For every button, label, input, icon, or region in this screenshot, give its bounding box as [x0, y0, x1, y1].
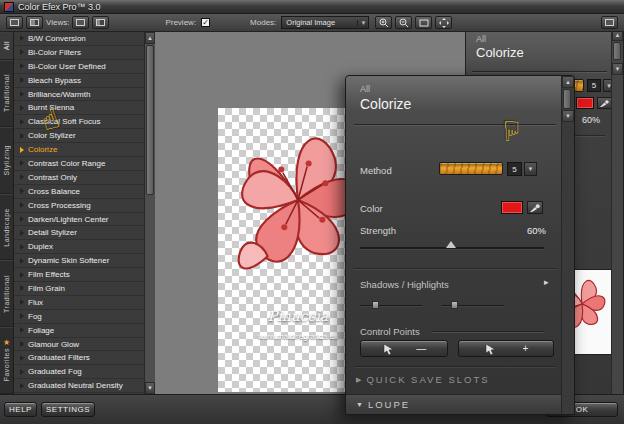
filter-item-contrast-color-range[interactable]: Contrast Color Range: [14, 157, 144, 171]
scroll-up-button[interactable]: ▲: [145, 32, 155, 44]
eyedropper-button[interactable]: [527, 201, 543, 214]
expand-right-icon[interactable]: ▸: [544, 277, 549, 287]
collapse-down-icon: ▼: [356, 401, 363, 408]
divider: [354, 366, 556, 367]
divider: [432, 331, 544, 332]
filter-item-flux[interactable]: Flux: [14, 296, 144, 310]
scroll-thumb[interactable]: [146, 45, 154, 195]
tab-stylizing[interactable]: Stylizing: [0, 127, 13, 194]
filter-item-foliage[interactable]: Foliage: [14, 324, 144, 338]
tab-favorites[interactable]: ★Favorites: [0, 327, 13, 394]
quick-save-slots-section[interactable]: ▶ QUICK SAVE SLOTS: [356, 374, 490, 385]
highlights-slider-handle[interactable]: [451, 301, 458, 309]
preview-checkbox[interactable]: ✓: [201, 18, 210, 27]
tab-landscape[interactable]: Landscape: [0, 194, 13, 261]
filter-label: Dynamic Skin Softener: [28, 256, 109, 265]
scroll-down-button[interactable]: ▼: [612, 63, 623, 75]
expand-right-icon: ▶: [356, 376, 361, 384]
method-value[interactable]: 5: [587, 79, 601, 92]
control-point-minus-button[interactable]: —: [360, 340, 448, 357]
loupe-section[interactable]: ▼ LOUPE: [346, 394, 574, 414]
filter-item-duplex[interactable]: Duplex: [14, 240, 144, 254]
filter-item-burnt-sienna[interactable]: Burnt Sienna: [14, 101, 144, 115]
filter-label: Colorize: [28, 145, 57, 154]
scroll-up-button[interactable]: ▲: [562, 76, 574, 88]
scroll-thumb[interactable]: [613, 42, 621, 60]
shadows-slider[interactable]: [360, 305, 422, 307]
dock-strength-value: 60%: [582, 115, 600, 125]
filter-label: Foliage: [28, 326, 54, 335]
color-swatch[interactable]: [501, 201, 523, 214]
panel-scrollbar[interactable]: ▲ ▼: [561, 76, 574, 414]
filter-item-graduated-fog[interactable]: Graduated Fog: [14, 365, 144, 379]
panel-icon: [605, 19, 614, 26]
filter-item-classical-soft-focus[interactable]: Classical Soft Focus: [14, 115, 144, 129]
filter-settings-panel[interactable]: All Colorize Method 5 ▼ Color Strength 6…: [345, 75, 575, 415]
filter-item-film-effects[interactable]: Film Effects: [14, 268, 144, 282]
modes-dropdown[interactable]: Original Image ▼: [281, 16, 369, 29]
zoom-out-button[interactable]: [395, 16, 412, 29]
eyedropper-button[interactable]: [597, 97, 612, 109]
tab-label: Stylizing: [3, 145, 10, 176]
filter-item-film-grain[interactable]: Film Grain: [14, 282, 144, 296]
filter-bullet-icon: [20, 174, 24, 180]
strength-slider[interactable]: [360, 247, 544, 250]
shadows-slider-handle[interactable]: [372, 301, 379, 309]
filter-item-color-stylizer[interactable]: Color Stylizer: [14, 129, 144, 143]
tab-all[interactable]: All: [0, 32, 13, 60]
app-icon: [4, 2, 14, 12]
filter-item-cross-balance[interactable]: Cross Balance: [14, 185, 144, 199]
filter-item-graduated-filters[interactable]: Graduated Filters: [14, 351, 144, 365]
filter-label: Graduated Neutral Density: [28, 381, 123, 390]
scroll-thumb[interactable]: [563, 89, 571, 109]
filter-item-darken-lighten-center[interactable]: Darken/Lighten Center: [14, 213, 144, 227]
filter-item-bi-color-filters[interactable]: Bi-Color Filters: [14, 46, 144, 60]
control-point-plus-button[interactable]: +: [458, 340, 554, 357]
tab-traditional[interactable]: Traditional: [0, 60, 13, 127]
scroll-down-button[interactable]: ▼: [145, 382, 155, 394]
full-view-icon: [76, 19, 85, 26]
scroll-up-icon: ▲: [565, 79, 571, 85]
filter-item-colorize[interactable]: Colorize: [14, 143, 144, 157]
view-mode-2-button[interactable]: [92, 16, 109, 29]
view-mode-1-button[interactable]: [72, 16, 89, 29]
tab-traditional[interactable]: Traditional: [0, 260, 13, 327]
scroll-down-button[interactable]: ▼: [562, 110, 574, 122]
filter-bullet-icon: [20, 369, 24, 375]
help-button[interactable]: HELP: [4, 402, 37, 417]
filter-item-dynamic-skin-softener[interactable]: Dynamic Skin Softener: [14, 254, 144, 268]
dock-panel-scrollbar[interactable]: ▲ ▼: [611, 29, 623, 417]
filter-item-glamour-glow[interactable]: Glamour Glow: [14, 338, 144, 352]
method-slider[interactable]: [439, 162, 503, 175]
filter-item-brilliance-warmth[interactable]: Brilliance/Warmth: [14, 88, 144, 102]
single-view-button[interactable]: [6, 16, 23, 29]
color-swatch[interactable]: [576, 97, 594, 109]
title-bar[interactable]: Color Efex Pro™ 3.0: [0, 0, 624, 14]
quick-save-slots-label: QUICK SAVE SLOTS: [366, 374, 489, 385]
fit-screen-button[interactable]: [415, 16, 432, 29]
dual-view-button[interactable]: [26, 16, 43, 29]
filter-label: Film Effects: [28, 270, 70, 279]
shadows-highlights-label: Shadows / Highlights: [360, 279, 449, 290]
method-value[interactable]: 5: [507, 162, 522, 176]
filter-item-detail-stylizer[interactable]: Detail Stylizer: [14, 226, 144, 240]
filter-item-bleach-bypass[interactable]: Bleach Bypass: [14, 74, 144, 88]
panel-toggle-button[interactable]: [601, 16, 618, 29]
filter-item-fog[interactable]: Fog: [14, 310, 144, 324]
app-window: Color Efex Pro™ 3.0 Views: Preview: ✓ Mo…: [0, 0, 624, 424]
pan-button[interactable]: [435, 16, 452, 29]
tab-label: All: [3, 41, 10, 50]
settings-button[interactable]: SETTINGS: [41, 402, 95, 417]
filter-list-scrollbar[interactable]: ▲ ▼: [144, 32, 155, 394]
filter-item-contrast-only[interactable]: Contrast Only: [14, 171, 144, 185]
strength-slider-handle[interactable]: [446, 241, 456, 248]
method-dropdown-button[interactable]: ▼: [524, 162, 537, 176]
zoom-in-button[interactable]: [375, 16, 392, 29]
filter-item-bi-color-user-defined[interactable]: Bi-Color User Defined: [14, 60, 144, 74]
method-label: Method: [360, 165, 392, 176]
filter-item-cross-processing[interactable]: Cross Processing: [14, 199, 144, 213]
filter-item-b-w-conversion[interactable]: B/W Conversion: [14, 32, 144, 46]
highlights-slider[interactable]: [442, 305, 504, 307]
filter-label: Brilliance/Warmth: [28, 90, 90, 99]
filter-item-graduated-neutral-density[interactable]: Graduated Neutral Density: [14, 379, 144, 393]
